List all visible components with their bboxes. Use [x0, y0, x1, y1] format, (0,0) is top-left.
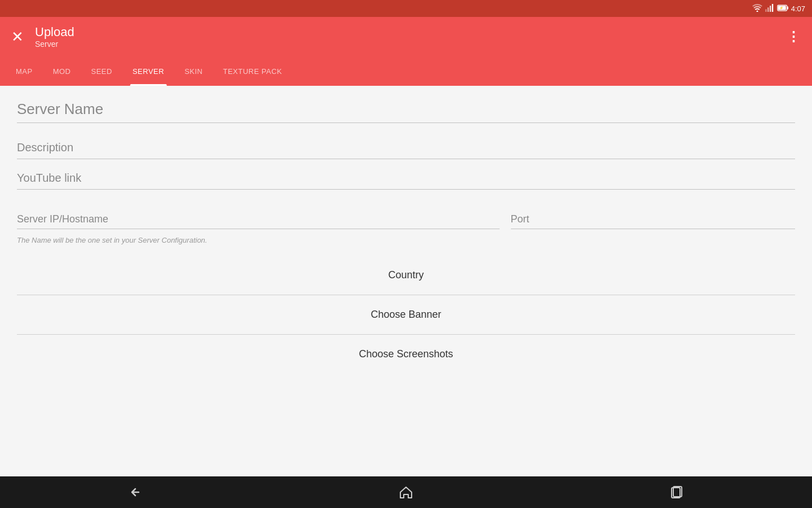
svg-text:⚡: ⚡ — [779, 6, 784, 10]
app-bar-left: ✕ Upload Server — [11, 25, 74, 49]
status-icons: ⚡ 4:07 — [752, 4, 805, 14]
wifi-icon — [752, 4, 762, 14]
country-row[interactable]: Country — [17, 256, 795, 295]
status-bar: ⚡ 4:07 — [0, 0, 812, 17]
app-title-sub: Server — [35, 40, 74, 49]
tab-seed[interactable]: SEED — [81, 56, 122, 86]
description-group — [17, 132, 795, 159]
more-options-button[interactable]: ⋮ — [787, 29, 801, 45]
svg-rect-3 — [770, 6, 771, 12]
tab-map[interactable]: MAP — [6, 56, 43, 86]
server-name-divider — [17, 122, 795, 123]
port-field-group — [511, 210, 795, 229]
youtube-input[interactable] — [17, 168, 795, 188]
youtube-group — [17, 168, 795, 190]
svg-rect-1 — [765, 9, 766, 12]
app-bar-title: Upload Server — [35, 25, 74, 49]
hint-text: The Name will be the one set in your Ser… — [17, 236, 795, 244]
back-button[interactable] — [118, 481, 152, 503]
content-area: The Name will be the one set in your Ser… — [0, 86, 812, 476]
server-name-group — [17, 86, 795, 123]
app-bar: ✕ Upload Server ⋮ — [0, 17, 812, 56]
battery-icon: ⚡ — [777, 5, 788, 13]
signal-icon — [765, 4, 774, 14]
ip-port-row — [17, 199, 795, 231]
close-button[interactable]: ✕ — [11, 29, 24, 44]
status-time: 4:07 — [791, 5, 805, 13]
youtube-divider — [17, 189, 795, 190]
tab-skin[interactable]: SKIN — [174, 56, 213, 86]
svg-rect-2 — [767, 7, 769, 12]
bottom-nav-bar — [0, 476, 812, 508]
country-label: Country — [388, 269, 423, 281]
choose-screenshots-label: Choose Screenshots — [359, 348, 453, 360]
tab-texture-pack[interactable]: TEXTURE PACK — [213, 56, 293, 86]
tab-bar: MAP MOD SEED SERVER SKIN TEXTURE PACK — [0, 56, 812, 86]
choose-banner-row[interactable]: Choose Banner — [17, 295, 795, 335]
choose-screenshots-row[interactable]: Choose Screenshots — [17, 335, 795, 374]
home-button[interactable] — [389, 481, 423, 503]
svg-rect-4 — [772, 4, 773, 12]
tab-server[interactable]: SERVER — [122, 56, 174, 86]
tab-mod[interactable]: MOD — [43, 56, 81, 86]
form-section: The Name will be the one set in your Ser… — [17, 86, 795, 374]
svg-point-0 — [756, 10, 758, 12]
app-title-main: Upload — [35, 25, 74, 40]
description-input[interactable] — [17, 138, 795, 157]
choose-banner-label: Choose Banner — [370, 309, 441, 321]
description-divider — [17, 159, 795, 159]
ip-field-group — [17, 210, 500, 229]
svg-rect-6 — [787, 6, 788, 9]
recents-button[interactable] — [660, 481, 694, 503]
port-input[interactable] — [511, 210, 795, 229]
server-ip-input[interactable] — [17, 210, 500, 229]
server-name-input[interactable] — [17, 97, 795, 121]
